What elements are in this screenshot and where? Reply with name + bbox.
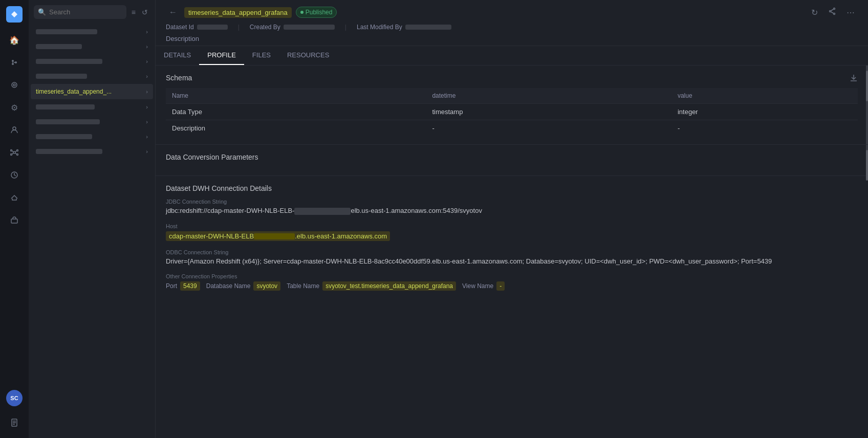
- refresh-header-button[interactable]: ↻: [808, 5, 821, 19]
- tab-profile[interactable]: PROFILE: [199, 46, 244, 65]
- filter-icon[interactable]: [5, 53, 24, 72]
- nav-item[interactable]: ›: [31, 144, 153, 159]
- settings-icon[interactable]: ⚙: [5, 98, 24, 117]
- viewname-value: -: [496, 281, 505, 291]
- chevron-right-icon: ›: [146, 43, 148, 50]
- app-logo[interactable]: [6, 6, 23, 23]
- host-blur: [254, 233, 295, 239]
- odbc-label: ODBC Connection String: [166, 249, 858, 255]
- schema-row-datatype: Data Type timestamp integer: [166, 104, 858, 120]
- svg-line-28: [831, 9, 834, 11]
- tab-details[interactable]: DETAILS: [156, 46, 199, 65]
- published-badge: Published: [296, 7, 337, 18]
- nav-item-label: timeseries_data_append_...: [36, 88, 112, 95]
- nav-item[interactable]: ›: [31, 115, 153, 129]
- chevron-right-icon: ›: [146, 104, 148, 110]
- host-label: Host: [166, 223, 858, 229]
- schema-section: Schema Name datetime value Data Type tim…: [156, 65, 868, 145]
- user-avatar[interactable]: SC: [6, 390, 23, 406]
- port-pair: Port 5439: [166, 281, 200, 291]
- created-by-value: [284, 25, 335, 30]
- user-icon[interactable]: [5, 121, 24, 139]
- tab-resources[interactable]: RESOURCES: [279, 46, 337, 65]
- data-conversion-title: Data Conversion Parameters: [166, 153, 858, 161]
- schema-col-value: value: [671, 88, 858, 104]
- layers-icon[interactable]: [5, 76, 24, 94]
- search-input-wrap[interactable]: 🔍: [34, 5, 126, 19]
- jdbc-label: JDBC Connection String: [166, 199, 858, 205]
- description-value: -: [671, 120, 858, 137]
- filter-list-button[interactable]: ≡: [129, 6, 138, 18]
- sidebar-icons: 🏠 ⚙ SC: [0, 0, 29, 438]
- datatype-label: Data Type: [166, 104, 426, 120]
- svg-rect-20: [11, 219, 17, 223]
- description-label: Description: [166, 120, 426, 137]
- host-field: Host cdap-master-DWH-NLB-ELB.elb.us-east…: [166, 223, 858, 241]
- viewname-key: View Name: [462, 282, 493, 290]
- nav-item[interactable]: ›: [31, 25, 153, 39]
- svg-line-29: [831, 12, 834, 13]
- schema-title: Schema: [166, 74, 858, 82]
- connection-row: Port 5439 Database Name svyotov Table Na…: [166, 281, 858, 291]
- created-by-label: Created By: [250, 24, 280, 31]
- datatype-value: integer: [671, 104, 858, 120]
- search-input[interactable]: [49, 8, 122, 16]
- data-conversion-section: Data Conversion Parameters: [156, 145, 868, 176]
- refresh-button[interactable]: ↺: [140, 6, 150, 18]
- schema-col-name: Name: [166, 88, 426, 104]
- last-modified-meta: Last Modified By: [357, 24, 451, 31]
- share-button[interactable]: [825, 5, 839, 19]
- dataset-id-label: Dataset Id: [166, 24, 194, 31]
- chevron-right-icon: ›: [146, 58, 148, 64]
- svg-line-19: [14, 175, 16, 176]
- clock-icon[interactable]: [5, 166, 24, 184]
- network-icon[interactable]: [5, 143, 24, 162]
- svg-point-5: [12, 82, 17, 87]
- dataset-id-meta: Dataset Id: [166, 24, 228, 31]
- download-button[interactable]: [850, 74, 858, 84]
- tab-files[interactable]: FILES: [244, 46, 279, 65]
- schema-row-description: Description - -: [166, 120, 858, 137]
- description-link[interactable]: Description: [166, 35, 199, 42]
- svg-point-7: [13, 127, 16, 130]
- chevron-right-icon: ›: [146, 148, 148, 155]
- last-modified-label: Last Modified By: [357, 24, 402, 31]
- other-props-label: Other Connection Properties: [166, 273, 858, 279]
- other-props-field: Other Connection Properties Port 5439 Da…: [166, 273, 858, 291]
- jdbc-blur: [294, 208, 351, 215]
- dataset-id-value: [197, 25, 228, 30]
- nav-item[interactable]: ›: [31, 69, 153, 83]
- port-key: Port: [166, 282, 177, 290]
- chevron-right-icon: ›: [146, 119, 148, 125]
- dataset-title: timeseries_data_append_grafana: [184, 7, 292, 18]
- nav-item[interactable]: ›: [31, 54, 153, 69]
- content-area: Schema Name datetime value Data Type tim…: [156, 65, 868, 438]
- chevron-right-icon: ›: [146, 89, 148, 95]
- viewname-pair: View Name -: [462, 281, 505, 291]
- svg-line-15: [12, 153, 14, 155]
- created-by-meta: Created By: [250, 24, 335, 31]
- nav-item-active[interactable]: timeseries_data_append_... ›: [31, 84, 153, 99]
- svg-line-16: [15, 153, 17, 155]
- schema-table: Name datetime value Data Type timestamp …: [166, 88, 858, 136]
- dbname-value: svyotov: [253, 281, 280, 291]
- home-icon[interactable]: 🏠: [5, 31, 24, 49]
- nav-item[interactable]: ›: [31, 39, 153, 54]
- description-datetime: -: [426, 120, 671, 137]
- dbname-pair: Database Name svyotov: [206, 281, 280, 291]
- docs-icon[interactable]: [5, 413, 24, 432]
- nav-item[interactable]: ›: [31, 129, 153, 144]
- last-modified-value: [405, 25, 451, 30]
- datatype-datetime: timestamp: [426, 104, 671, 120]
- more-options-button[interactable]: ⋯: [843, 5, 858, 19]
- published-label: Published: [306, 9, 333, 16]
- back-button[interactable]: ←: [166, 7, 180, 18]
- bag-icon[interactable]: [5, 211, 24, 229]
- svg-line-13: [12, 151, 14, 152]
- host-suffix: .elb.us-east-1.amazonaws.com: [295, 232, 387, 240]
- nav-item[interactable]: ›: [31, 100, 153, 114]
- ship-icon[interactable]: [5, 188, 24, 207]
- svg-point-8: [13, 151, 15, 154]
- nav-panel: 🔍 ≡ ↺ › › ›: [29, 0, 156, 438]
- svg-point-27: [834, 13, 835, 15]
